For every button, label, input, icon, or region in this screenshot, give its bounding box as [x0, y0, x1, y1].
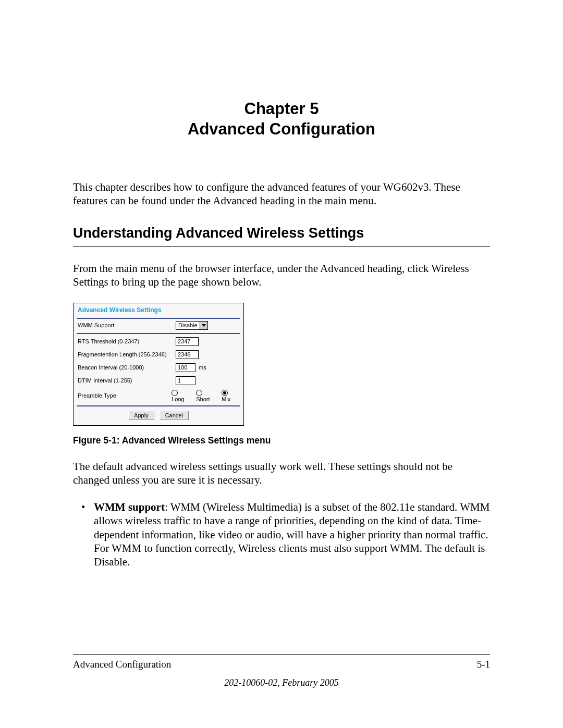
bullet-wmm-support: WMM support: WMM (Wireless Multimedia) i… — [94, 500, 490, 569]
rts-threshold-label: RTS Threshold (0-2347) — [78, 338, 173, 344]
beacon-interval-row: Beacon Interval (20-1000) 100 ms — [74, 361, 243, 374]
footer-row: Advanced Configuration 5-1 — [73, 659, 490, 670]
apply-button[interactable]: Apply — [128, 411, 154, 420]
cancel-button[interactable]: Cancel — [160, 411, 189, 420]
beacon-interval-input[interactable]: 100 — [176, 363, 195, 372]
panel-divider — [77, 333, 240, 334]
svg-marker-0 — [202, 324, 206, 327]
section-intro-paragraph: From the main menu of the browser interf… — [73, 262, 490, 289]
radio-icon — [172, 390, 178, 396]
chapter-intro-paragraph: This chapter describes how to configure … — [73, 180, 490, 208]
chapter-name: Advanced Configuration — [188, 120, 375, 138]
dtim-interval-label: DTIM Interval (1-255) — [78, 377, 173, 384]
screenshot-figure: Advanced Wireless Settings WMM Support D… — [73, 303, 244, 426]
chapter-title: Chapter 5 Advanced Configuration — [73, 99, 490, 140]
panel-title: Advanced Wireless Settings — [74, 303, 243, 318]
dropdown-arrow-icon — [200, 322, 207, 329]
chapter-number: Chapter 5 — [244, 100, 319, 118]
figure-caption: Figure 5-1: Advanced Wireless Settings m… — [73, 435, 490, 446]
wmm-support-value: Disable — [176, 322, 200, 328]
after-figure-paragraph: The default advanced wireless settings u… — [73, 460, 490, 487]
fragmentation-length-input[interactable]: 2346 — [176, 350, 199, 359]
rts-threshold-row: RTS Threshold (0-2347) 2347 — [74, 335, 243, 348]
radio-icon — [222, 390, 228, 396]
preamble-long-option[interactable]: Long — [172, 389, 193, 402]
preamble-long-label: Long — [172, 396, 184, 402]
rts-threshold-input[interactable]: 2347 — [176, 337, 199, 346]
preamble-mix-label: Mix — [222, 396, 230, 402]
footer-chapter-name: Advanced Configuration — [73, 659, 171, 670]
bullet-list: WMM support: WMM (Wireless Multimedia) i… — [73, 500, 490, 569]
panel-button-row: Apply Cancel — [74, 408, 243, 425]
beacon-interval-label: Beacon Interval (20-1000) — [78, 364, 173, 371]
advanced-wireless-settings-panel: Advanced Wireless Settings WMM Support D… — [73, 303, 244, 426]
wmm-support-row: WMM Support Disable — [74, 319, 243, 332]
preamble-short-label: Short — [196, 396, 210, 402]
preamble-mix-option[interactable]: Mix — [222, 389, 239, 402]
document-page: Chapter 5 Advanced Configuration This ch… — [0, 0, 563, 728]
fragmentation-length-row: Fragmentention Length (256-2346) 2346 — [74, 348, 243, 361]
wmm-support-select[interactable]: Disable — [176, 321, 208, 330]
dtim-interval-input[interactable]: 1 — [176, 376, 195, 385]
section-heading: Understanding Advanced Wireless Settings — [73, 225, 490, 241]
beacon-interval-unit: ms — [199, 364, 206, 371]
dtim-interval-row: DTIM Interval (1-255) 1 — [74, 374, 243, 387]
bullet-lead: WMM support — [94, 501, 165, 513]
radio-icon — [196, 390, 202, 396]
fragmentation-length-label: Fragmentention Length (256-2346) — [78, 351, 173, 357]
page-footer: Advanced Configuration 5-1 202-10060-02,… — [73, 654, 490, 688]
preamble-type-label: Preamble Type — [78, 392, 168, 399]
preamble-short-option[interactable]: Short — [196, 389, 218, 402]
section-rule — [73, 246, 490, 247]
footer-document-id: 202-10060-02, February 2005 — [73, 677, 490, 688]
footer-rule — [73, 654, 490, 655]
panel-divider — [77, 405, 240, 406]
footer-page-number: 5-1 — [477, 659, 490, 670]
wmm-support-label: WMM Support — [78, 322, 173, 328]
preamble-type-row: Preamble Type Long Short Mix — [74, 387, 243, 404]
